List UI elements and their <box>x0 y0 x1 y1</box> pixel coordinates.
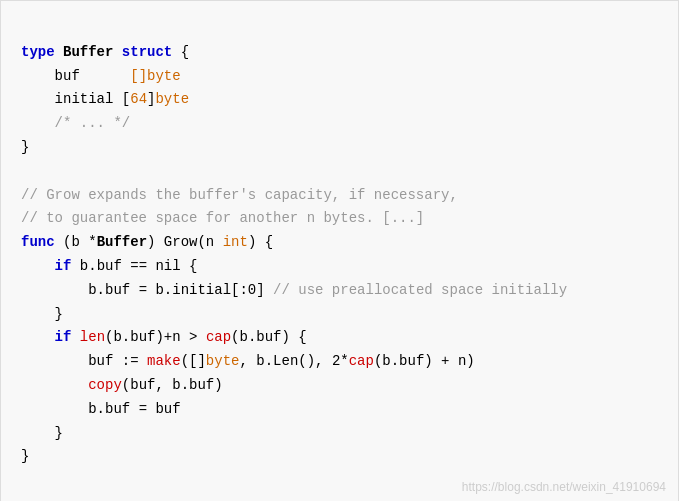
watermark: https://blog.csdn.net/weixin_41910694 <box>462 478 666 497</box>
line-9: func (b *Buffer) Grow(n int) { <box>21 234 273 250</box>
line-1: type Buffer struct { <box>21 44 189 60</box>
line-8: // to guarantee space for another n byte… <box>21 210 424 226</box>
line-15: copy(buf, b.buf) <box>21 377 223 393</box>
line-5: } <box>21 139 29 155</box>
line-4: /* ... */ <box>21 115 130 131</box>
line-11: b.buf = b.initial[:0] // use preallocate… <box>21 282 567 298</box>
line-12: } <box>21 306 63 322</box>
line-13: if len(b.buf)+n > cap(b.buf) { <box>21 329 307 345</box>
line-14: buf := make([]byte, b.Len(), 2*cap(b.buf… <box>21 353 475 369</box>
line-10: if b.buf == nil { <box>21 258 197 274</box>
line-18: } <box>21 448 29 464</box>
code-block: type Buffer struct { buf []byte initial … <box>21 17 658 493</box>
line-2: buf []byte <box>21 68 181 84</box>
code-container: type Buffer struct { buf []byte initial … <box>0 0 679 501</box>
line-6 <box>21 163 29 179</box>
line-7: // Grow expands the buffer's capacity, i… <box>21 187 458 203</box>
line-17: } <box>21 425 63 441</box>
line-3: initial [64]byte <box>21 91 189 107</box>
line-16: b.buf = buf <box>21 401 181 417</box>
